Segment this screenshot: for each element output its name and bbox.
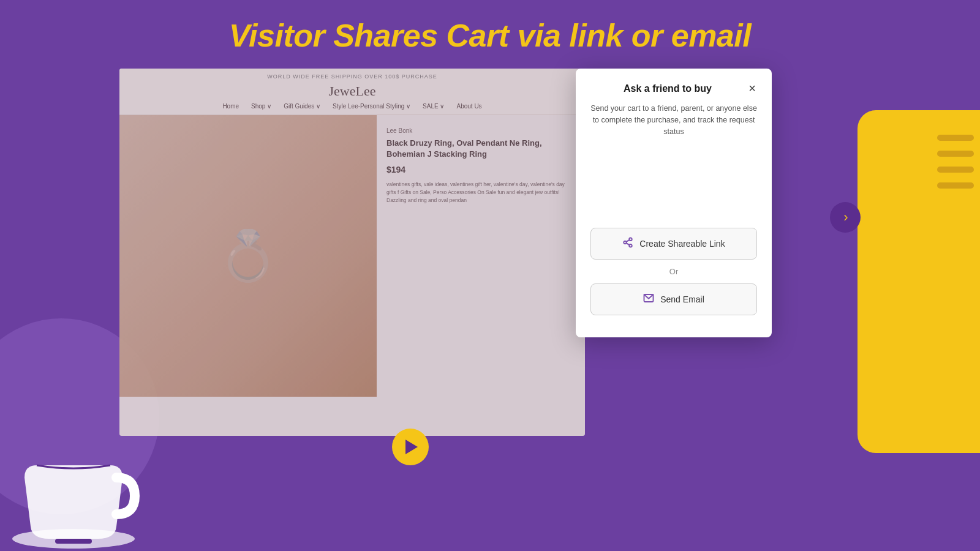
browser-overlay <box>119 69 585 436</box>
svg-rect-7 <box>55 539 92 544</box>
play-icon <box>405 440 418 454</box>
bg-yellow-card <box>858 110 980 453</box>
email-icon <box>643 293 654 306</box>
svg-line-3 <box>627 243 630 245</box>
modal-description: Send your cart to a friend, parent, or a… <box>590 103 757 137</box>
send-email-label: Send Email <box>660 294 704 304</box>
create-shareable-link-button[interactable]: Create Shareable Link <box>590 228 757 260</box>
share-icon <box>622 237 633 250</box>
modal-header: Ask a friend to buy × <box>590 83 757 96</box>
yellow-line-4 <box>937 182 974 189</box>
ask-friend-modal: Ask a friend to buy × Send your cart to … <box>576 69 772 337</box>
send-email-button[interactable]: Send Email <box>590 283 757 315</box>
create-link-label: Create Shareable Link <box>639 239 725 249</box>
yellow-lines <box>937 135 974 189</box>
svg-line-4 <box>627 240 630 242</box>
close-button[interactable]: × <box>745 81 760 96</box>
play-button[interactable] <box>392 429 429 465</box>
store-screenshot: WORLD WIDE FREE SHIPPING OVER 100$ PURCH… <box>119 69 585 436</box>
next-arrow-button[interactable]: › <box>830 202 861 233</box>
modal-or-divider: Or <box>590 267 757 276</box>
yellow-line-1 <box>937 135 974 141</box>
decorative-cup <box>0 416 172 551</box>
yellow-line-2 <box>937 151 974 157</box>
modal-illustration-area <box>590 154 757 228</box>
chevron-right-icon: › <box>843 209 848 225</box>
modal-title: Ask a friend to buy <box>590 83 745 94</box>
main-heading: Visitor Shares Cart via link or email <box>0 17 980 54</box>
yellow-line-3 <box>937 167 974 173</box>
